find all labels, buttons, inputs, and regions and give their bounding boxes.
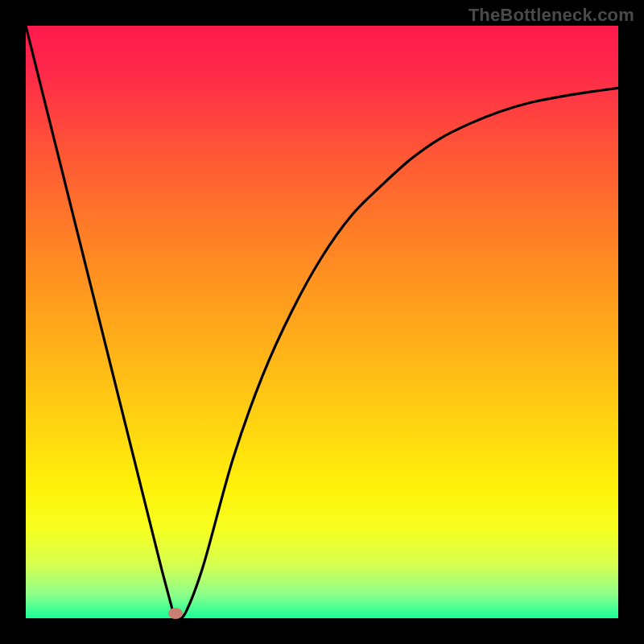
chart-frame bbox=[26, 26, 618, 618]
minimum-marker-dot bbox=[168, 608, 183, 619]
bottleneck-curve bbox=[26, 26, 618, 618]
watermark-label: TheBottleneck.com bbox=[469, 5, 634, 26]
